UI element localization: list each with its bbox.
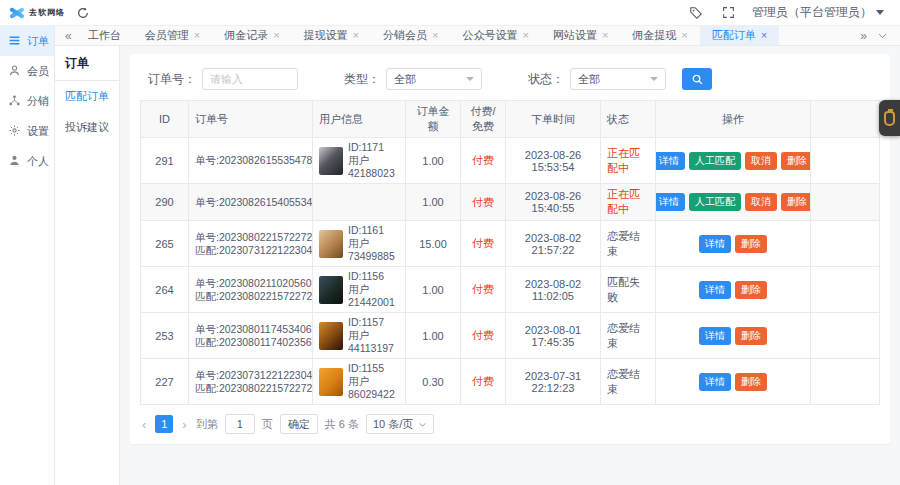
- cell-order-time: 2023-08-02 11:02:05: [506, 267, 601, 313]
- sidebar-item-label: 会员: [27, 64, 49, 79]
- close-icon[interactable]: ×: [194, 30, 200, 41]
- action-button[interactable]: 删除: [781, 152, 811, 170]
- cell-order-time: 2023-08-02 21:57:22: [506, 221, 601, 267]
- sidebar-item-3[interactable]: 设置: [0, 116, 54, 146]
- submenu-item-0[interactable]: 匹配订单: [55, 81, 119, 112]
- collapse-tabs-icon[interactable]: «: [61, 29, 76, 43]
- close-icon[interactable]: ×: [522, 30, 528, 41]
- close-icon[interactable]: ×: [273, 30, 279, 41]
- user-avatar: [319, 147, 343, 175]
- action-button[interactable]: 删除: [735, 281, 767, 299]
- tab-6[interactable]: 网站设置×: [541, 26, 620, 45]
- tab-5[interactable]: 公众号设置×: [450, 26, 540, 45]
- order-no-line: 匹配:202308022157227276: [195, 382, 306, 395]
- refresh-icon[interactable]: [75, 5, 91, 21]
- type-select[interactable]: 全部: [386, 68, 482, 90]
- tab-label: 公众号设置: [462, 28, 517, 43]
- user-icon: [8, 64, 22, 78]
- table-row: 265单号:202308022157227276匹配:2023073122122…: [141, 221, 880, 267]
- cell-fee-type: 付费: [461, 359, 506, 405]
- prev-page-icon[interactable]: ‹: [140, 417, 148, 432]
- action-button[interactable]: 删除: [781, 193, 811, 211]
- tabbar-right: »: [860, 29, 894, 43]
- close-icon[interactable]: ×: [432, 30, 438, 41]
- user-avatar: [319, 368, 343, 396]
- action-button[interactable]: 详情: [656, 193, 686, 211]
- fullscreen-icon[interactable]: [720, 5, 736, 21]
- tab-7[interactable]: 佣金提现×: [620, 26, 699, 45]
- cell-user-info: ID:1157用户44113197: [313, 313, 406, 359]
- tag-icon[interactable]: [688, 5, 704, 21]
- action-button[interactable]: 删除: [735, 373, 767, 391]
- submenu-item-1[interactable]: 投诉建议: [55, 112, 119, 143]
- close-icon[interactable]: ×: [353, 30, 359, 41]
- tab-label: 会员管理: [145, 28, 189, 43]
- scroll-tabs-right-icon[interactable]: »: [860, 29, 867, 43]
- admin-menu[interactable]: 管理员（平台管理员）: [752, 4, 884, 21]
- page-size-select[interactable]: 10 条/页: [366, 414, 434, 434]
- type-label: 类型：: [344, 71, 380, 88]
- action-button[interactable]: 人工匹配: [689, 193, 741, 211]
- order-no-input[interactable]: [202, 68, 298, 90]
- action-button[interactable]: 详情: [699, 327, 731, 345]
- user-name: 用户21442001: [348, 283, 399, 309]
- jump-confirm-button[interactable]: 确定: [280, 414, 318, 434]
- action-button[interactable]: 删除: [735, 235, 767, 253]
- cell-fee-type: 付费: [461, 184, 506, 221]
- action-button[interactable]: 取消: [745, 193, 777, 211]
- cell-amount: 1.00: [406, 267, 461, 313]
- admin-label: 管理员（平台管理员）: [752, 4, 872, 21]
- app-window: 去软网络 管理员（平台管理员） 订单会员分销设置个人 « 工作台会员管理×佣金: [0, 0, 900, 485]
- column-header-empty: [811, 101, 880, 138]
- tab-3[interactable]: 提现设置×: [292, 26, 371, 45]
- tab-1[interactable]: 会员管理×: [133, 26, 212, 45]
- orders-table: ID订单号用户信息订单金额付费/免费下单时间状态操作 291单号:2023082…: [140, 100, 880, 405]
- floating-widget[interactable]: [879, 100, 900, 136]
- action-button[interactable]: 人工匹配: [689, 152, 741, 170]
- cell-fee-type: 付费: [461, 221, 506, 267]
- select-caret-icon: [650, 77, 658, 81]
- action-button[interactable]: 详情: [699, 235, 731, 253]
- cell-user-info: ID:1156用户21442001: [313, 267, 406, 313]
- cell-amount: 1.00: [406, 313, 461, 359]
- cell-actions: 详情删除: [656, 359, 811, 405]
- search-button[interactable]: [682, 68, 712, 90]
- action-button[interactable]: 详情: [699, 281, 731, 299]
- close-icon[interactable]: ×: [761, 30, 767, 41]
- close-icon[interactable]: ×: [602, 30, 608, 41]
- cell-actions: 详情删除: [656, 221, 811, 267]
- user-name: 用户86029422: [348, 375, 399, 401]
- jump-page-input[interactable]: [225, 414, 255, 434]
- tab-2[interactable]: 佣金记录×: [212, 26, 291, 45]
- sidebar-item-4[interactable]: 个人: [0, 146, 54, 176]
- table-header-row: ID订单号用户信息订单金额付费/免费下单时间状态操作: [141, 101, 880, 138]
- user-avatar: [319, 230, 343, 258]
- logo[interactable]: 去软网络: [0, 0, 120, 25]
- orders-table-wrap: ID订单号用户信息订单金额付费/免费下单时间状态操作 291单号:2023082…: [130, 100, 890, 405]
- cell-empty: [811, 267, 880, 313]
- cell-status: 恋爱结束: [601, 313, 656, 359]
- sidebar-item-1[interactable]: 会员: [0, 56, 54, 86]
- next-page-icon[interactable]: ›: [180, 417, 188, 432]
- tab-0[interactable]: 工作台: [76, 26, 133, 45]
- cell-id: 290: [141, 184, 189, 221]
- tab-4[interactable]: 分销会员×: [371, 26, 450, 45]
- cell-fee-type: 付费: [461, 138, 506, 184]
- page-number-current[interactable]: 1: [155, 415, 173, 433]
- action-button[interactable]: 取消: [745, 152, 777, 170]
- tab-bar: « 工作台会员管理×佣金记录×提现设置×分销会员×公众号设置×网站设置×佣金提现…: [55, 26, 900, 46]
- sidebar-item-2[interactable]: 分销: [0, 86, 54, 116]
- status-select[interactable]: 全部: [570, 68, 666, 90]
- close-icon[interactable]: ×: [681, 30, 687, 41]
- action-button[interactable]: 删除: [735, 327, 767, 345]
- tab-label: 提现设置: [304, 28, 348, 43]
- sidebar-item-0[interactable]: 订单: [0, 26, 54, 56]
- tab-options-icon[interactable]: [877, 30, 888, 41]
- top-header: 去软网络 管理员（平台管理员）: [0, 0, 900, 26]
- action-button[interactable]: 详情: [699, 373, 731, 391]
- cell-status: 恋爱结束: [601, 221, 656, 267]
- tab-8[interactable]: 匹配订单×: [700, 26, 779, 45]
- action-button[interactable]: 详情: [656, 152, 686, 170]
- user-name: 用户44113197: [348, 329, 399, 355]
- main-content: 订单号： 类型： 全部 状态： 全部: [120, 46, 900, 485]
